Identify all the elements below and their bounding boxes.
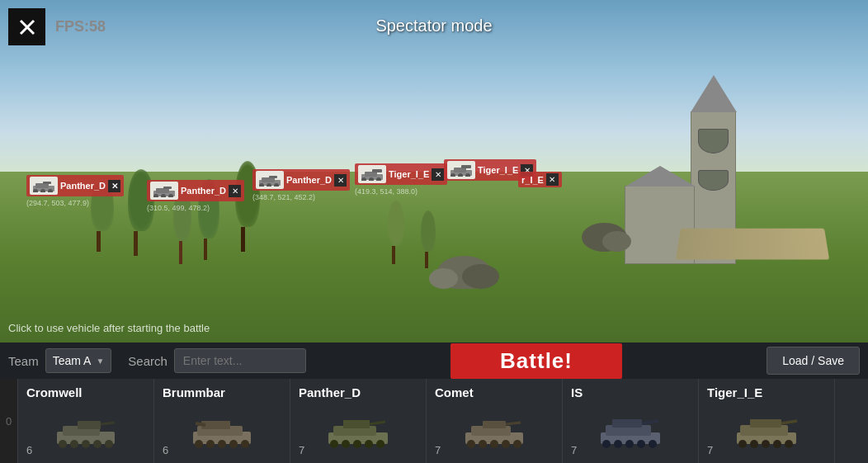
svg-point-81 xyxy=(738,440,747,448)
svg-rect-34 xyxy=(78,421,101,429)
svg-point-84 xyxy=(773,440,781,448)
svg-point-45 xyxy=(195,440,203,448)
svg-point-47 xyxy=(218,440,226,448)
svg-point-48 xyxy=(229,440,238,448)
svg-point-66 xyxy=(502,440,510,448)
tree-2 xyxy=(128,169,143,256)
vehicle-coords-3: (348.7, 521, 452.2) xyxy=(252,193,315,201)
vehicle-close-2[interactable]: ✕ xyxy=(229,185,241,197)
vehicle-image-is xyxy=(571,403,690,456)
vehicle-tier-is: 7 xyxy=(571,444,577,456)
vehicle-marker-1[interactable]: Panther_D ✕ (294.7, 503, 477.9) xyxy=(26,175,124,196)
vehicle-image-panther-d xyxy=(299,403,417,456)
svg-point-37 xyxy=(70,440,78,448)
fps-display: FPS:58 xyxy=(8,8,106,45)
svg-point-46 xyxy=(206,440,215,448)
vehicle-image-cromwell xyxy=(26,403,145,456)
vehicle-tier-tiger: 7 xyxy=(707,444,713,456)
svg-point-56 xyxy=(353,440,361,448)
svg-point-76 xyxy=(649,440,657,448)
svg-point-58 xyxy=(376,440,384,448)
svg-point-83 xyxy=(762,440,770,448)
svg-point-75 xyxy=(637,440,645,448)
svg-point-55 xyxy=(342,440,350,448)
svg-point-57 xyxy=(365,440,373,448)
vehicle-card-cromwell[interactable]: Cromwell 6 xyxy=(18,379,154,463)
svg-line-35 xyxy=(101,423,115,424)
svg-point-54 xyxy=(330,440,338,448)
load-save-button[interactable]: Load / Save xyxy=(767,347,860,375)
vehicle-coords-2: (310.5, 499, 478.2) xyxy=(147,204,210,212)
vehicle-name-brummbar: Brummbar xyxy=(163,385,281,399)
vehicle-coords-4: (419.3, 514, 388.0) xyxy=(355,187,417,196)
svg-point-73 xyxy=(614,440,622,448)
vehicle-image-brummbar xyxy=(163,403,281,456)
game-viewport: FPS:58 Spectator mode Panther_D ✕ (294.7… xyxy=(0,0,868,343)
svg-line-53 xyxy=(370,422,385,424)
vehicle-marker-4[interactable]: Tiger_I_E ✕ (419.3, 514, 388.0) xyxy=(355,163,447,185)
vehicle-name-6: r_I_E xyxy=(521,175,544,185)
svg-point-72 xyxy=(602,440,611,448)
vehicle-close-1[interactable]: ✕ xyxy=(108,180,120,192)
svg-rect-28 xyxy=(461,165,471,168)
vehicle-name-cromwell: Cromwell xyxy=(26,385,145,399)
svg-rect-22 xyxy=(372,169,382,172)
vehicle-icon-1 xyxy=(30,177,58,195)
svg-point-49 xyxy=(241,440,249,448)
battle-button[interactable]: Battle! xyxy=(451,343,622,379)
rocks-right xyxy=(582,223,627,252)
vehicle-icon-2 xyxy=(150,182,178,200)
vehicle-coords-1: (294.7, 503, 477.9) xyxy=(26,199,89,207)
vehicle-card-tiger[interactable]: Tiger_I_E 7 xyxy=(699,379,835,463)
svg-point-67 xyxy=(513,440,521,448)
vehicle-close-6[interactable]: ✕ xyxy=(546,173,559,186)
svg-point-74 xyxy=(625,440,634,448)
svg-point-85 xyxy=(785,440,793,448)
vehicle-card-panther-d[interactable]: Panther_D 7 xyxy=(290,379,427,463)
team-dropdown[interactable]: Team A xyxy=(45,348,112,373)
vehicle-name-1: Panther_D xyxy=(60,181,106,191)
vehicle-card-brummbar[interactable]: Brummbar 6 xyxy=(154,379,290,463)
control-bar: Team Team A Search Battle! Load / Save xyxy=(0,343,868,379)
vehicle-list: 0 Cromwell 6 Brummb xyxy=(0,379,868,463)
vehicle-marker-6[interactable]: r_I_E ✕ xyxy=(518,172,562,187)
vehicle-icon-5 xyxy=(447,161,475,179)
slot-number: 0 xyxy=(6,415,12,428)
vehicle-close-4[interactable]: ✕ xyxy=(432,168,444,181)
vehicle-name-comet: Comet xyxy=(435,385,554,399)
svg-rect-16 xyxy=(269,176,277,178)
svg-point-40 xyxy=(105,440,113,448)
vehicle-marker-2[interactable]: Panther_D ✕ (310.5, 499, 478.2) xyxy=(147,180,244,201)
vehicle-icon-4 xyxy=(358,165,386,183)
tree-7 xyxy=(421,210,432,268)
vehicle-marker-3[interactable]: Panther_D ✕ (348.7, 521, 452.2) xyxy=(252,169,350,191)
vehicle-name-3: Panther_D xyxy=(286,175,332,185)
svg-line-71 xyxy=(642,421,658,423)
svg-rect-79 xyxy=(750,419,781,428)
vehicle-card-is[interactable]: IS 7 xyxy=(563,379,699,463)
svg-point-38 xyxy=(82,440,90,448)
svg-point-63 xyxy=(467,440,475,448)
vehicle-card-comet[interactable]: Comet 7 xyxy=(427,379,563,463)
tree-6 xyxy=(388,201,399,264)
svg-rect-4 xyxy=(43,182,51,184)
vehicle-name-tiger: Tiger_I_E xyxy=(707,385,826,399)
team-dropdown-value: Team A xyxy=(53,354,92,367)
vehicle-close-3[interactable]: ✕ xyxy=(334,174,347,187)
vehicle-tier-cromwell: 6 xyxy=(26,444,32,456)
vehicle-name-4: Tiger_I_E xyxy=(389,169,429,179)
vehicle-name-is: IS xyxy=(571,385,690,399)
search-input[interactable] xyxy=(174,348,306,373)
vehicle-image-comet xyxy=(435,403,554,456)
team-label: Team xyxy=(8,354,39,368)
road xyxy=(676,229,829,260)
svg-rect-61 xyxy=(483,421,506,428)
vehicle-icon-3 xyxy=(256,171,284,189)
vehicle-name-2: Panther_D xyxy=(181,186,226,196)
spectator-mode-label: Spectator mode xyxy=(375,17,492,35)
svg-line-44 xyxy=(196,423,205,425)
search-label: Search xyxy=(128,354,167,368)
svg-rect-43 xyxy=(201,421,230,429)
close-button[interactable] xyxy=(8,8,45,45)
vehicle-tier-brummbar: 6 xyxy=(163,444,168,456)
